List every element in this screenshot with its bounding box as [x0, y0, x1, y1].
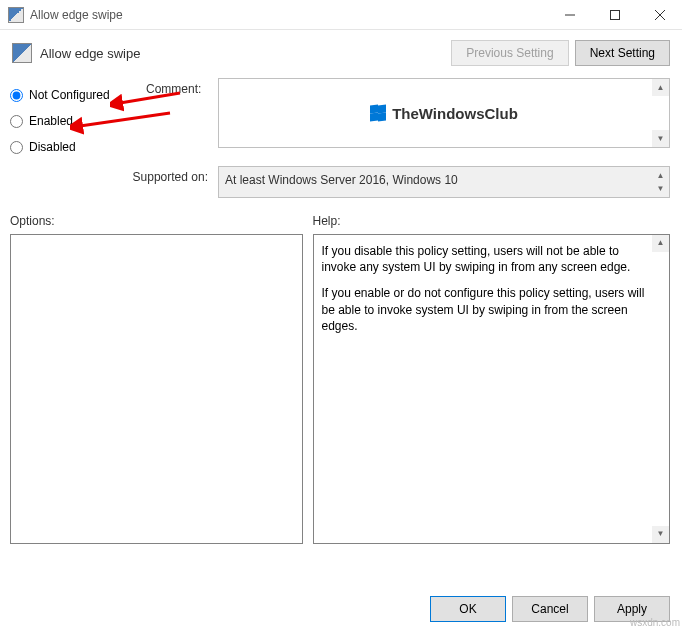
cancel-button[interactable]: Cancel — [512, 596, 588, 622]
help-column: Help: If you disable this policy setting… — [313, 210, 671, 544]
radio-enabled-input[interactable] — [10, 115, 23, 128]
supported-row: Supported on: At least Windows Server 20… — [0, 160, 682, 208]
header: Allow edge swipe Previous Setting Next S… — [0, 30, 682, 74]
options-column: Options: — [10, 210, 303, 544]
scroll-down-icon[interactable]: ▼ — [652, 130, 669, 147]
scroll-down-icon[interactable]: ▼ — [652, 180, 669, 197]
help-paragraph-1: If you disable this policy setting, user… — [322, 243, 650, 275]
panes: Options: Help: If you disable this polic… — [0, 208, 682, 548]
radio-disabled-label: Disabled — [29, 140, 76, 154]
next-setting-button[interactable]: Next Setting — [575, 40, 670, 66]
site-watermark: wsxdn.com — [630, 617, 680, 628]
radio-disabled-input[interactable] — [10, 141, 23, 154]
supported-value-box: At least Windows Server 2016, Windows 10… — [218, 166, 670, 198]
radio-enabled-label: Enabled — [29, 114, 73, 128]
watermark-text: TheWindowsClub — [392, 105, 518, 122]
watermark-logo: TheWindowsClub — [370, 105, 518, 122]
nav-buttons: Previous Setting Next Setting — [451, 40, 670, 66]
radio-not-configured-input[interactable] — [10, 89, 23, 102]
radio-enabled[interactable]: Enabled — [10, 108, 146, 134]
window-titlebar: Allow edge swipe — [0, 0, 682, 30]
windows-logo-icon — [370, 105, 386, 121]
scroll-up-icon[interactable]: ▲ — [652, 235, 669, 252]
comment-textarea[interactable]: TheWindowsClub ▲ ▼ — [218, 78, 670, 148]
radio-not-configured[interactable]: Not Configured — [10, 82, 146, 108]
scroll-down-icon[interactable]: ▼ — [652, 526, 669, 543]
help-paragraph-2: If you enable or do not configure this p… — [322, 285, 650, 334]
ok-button[interactable]: OK — [430, 596, 506, 622]
minimize-button[interactable] — [547, 0, 592, 29]
policy-title: Allow edge swipe — [40, 46, 451, 61]
supported-label: Supported on: — [10, 166, 218, 184]
maximize-button[interactable] — [592, 0, 637, 29]
app-icon — [8, 7, 24, 23]
options-label: Options: — [10, 210, 303, 234]
close-button[interactable] — [637, 0, 682, 29]
config-row: Not Configured Enabled Disabled Comment:… — [0, 74, 682, 160]
supported-value: At least Windows Server 2016, Windows 10 — [225, 173, 458, 187]
help-label: Help: — [313, 210, 671, 234]
window-controls — [547, 0, 682, 29]
svg-rect-1 — [610, 10, 619, 19]
comment-label: Comment: — [146, 78, 218, 96]
radio-disabled[interactable]: Disabled — [10, 134, 146, 160]
options-box[interactable] — [10, 234, 303, 544]
radio-not-configured-label: Not Configured — [29, 88, 110, 102]
state-radios: Not Configured Enabled Disabled — [10, 78, 146, 160]
scroll-up-icon[interactable]: ▲ — [652, 79, 669, 96]
policy-icon — [12, 43, 32, 63]
previous-setting-button[interactable]: Previous Setting — [451, 40, 568, 66]
window-title: Allow edge swipe — [30, 8, 547, 22]
help-box[interactable]: If you disable this policy setting, user… — [313, 234, 671, 544]
